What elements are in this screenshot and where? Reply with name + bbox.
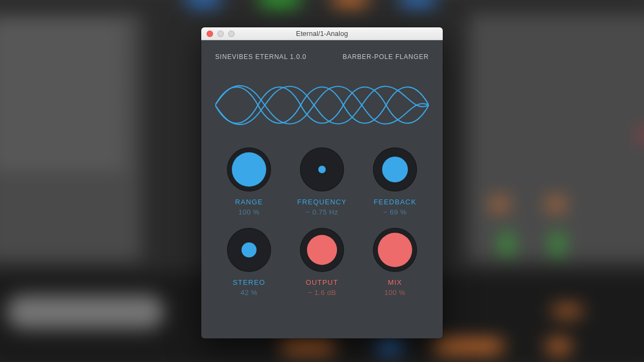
feedback-knob[interactable] xyxy=(373,147,417,191)
frequency-value: − 0.75 Hz xyxy=(306,208,339,216)
output-knob[interactable] xyxy=(300,228,344,272)
range-value: 100 % xyxy=(238,208,259,216)
frequency-label: FREQUENCY xyxy=(297,198,347,206)
knob-mix: MIX 100 % xyxy=(363,228,427,297)
knob-frequency: FREQUENCY − 0.75 Hz xyxy=(290,147,354,216)
mix-knob[interactable] xyxy=(373,228,417,272)
stereo-knob[interactable] xyxy=(227,228,271,272)
range-label: RANGE xyxy=(235,198,263,206)
mix-value: 100 % xyxy=(384,289,405,297)
window-titlebar[interactable]: Eternal/1-Analog xyxy=(201,27,443,40)
stereo-label: STEREO xyxy=(233,278,266,286)
product-name: SINEVIBES ETERNAL 1.0.0 xyxy=(215,53,306,61)
maximize-icon[interactable] xyxy=(228,31,235,37)
knob-grid: RANGE 100 % FREQUENCY − 0.75 Hz FEEDBACK… xyxy=(215,147,429,297)
feedback-value: − 69 % xyxy=(383,208,407,216)
range-knob[interactable] xyxy=(227,147,271,191)
minimize-icon[interactable] xyxy=(217,31,224,37)
close-icon[interactable] xyxy=(207,31,213,37)
plugin-header: SINEVIBES ETERNAL 1.0.0 BARBER-POLE FLAN… xyxy=(215,53,429,61)
effect-type: BARBER-POLE FLANGER xyxy=(342,53,429,61)
feedback-label: FEEDBACK xyxy=(374,198,416,206)
window-traffic-lights xyxy=(201,31,235,37)
knob-range: RANGE 100 % xyxy=(217,147,281,216)
knob-output: OUTPUT − 1.6 dB xyxy=(290,228,354,297)
output-value: − 1.6 dB xyxy=(308,289,336,297)
knob-stereo: STEREO 42 % xyxy=(217,228,281,297)
plugin-body: SINEVIBES ETERNAL 1.0.0 BARBER-POLE FLAN… xyxy=(201,40,443,307)
waveform-display xyxy=(215,76,429,135)
output-label: OUTPUT xyxy=(306,278,339,286)
window-title: Eternal/1-Analog xyxy=(201,29,443,38)
plugin-window: Eternal/1-Analog SINEVIBES ETERNAL 1.0.0… xyxy=(201,27,443,338)
stereo-value: 42 % xyxy=(240,289,258,297)
mix-label: MIX xyxy=(388,278,402,286)
knob-feedback: FEEDBACK − 69 % xyxy=(363,147,427,216)
frequency-knob[interactable] xyxy=(300,147,344,191)
